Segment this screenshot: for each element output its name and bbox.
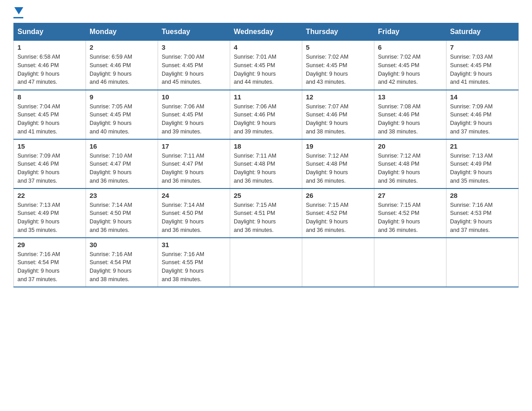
calendar-day-cell: 25Sunrise: 7:15 AMSunset: 4:51 PMDayligh… [230,188,302,238]
day-info: Sunrise: 7:15 AMSunset: 4:52 PMDaylight:… [306,201,370,235]
calendar-day-cell: 27Sunrise: 7:15 AMSunset: 4:52 PMDayligh… [374,188,446,238]
page-header [13,9,519,18]
day-info: Sunrise: 7:08 AMSunset: 4:46 PMDaylight:… [378,103,442,136]
calendar-day-cell: 1Sunrise: 6:58 AMSunset: 4:46 PMDaylight… [14,41,86,90]
day-info: Sunrise: 7:04 AMSunset: 4:45 PMDaylight:… [17,103,82,136]
day-number: 3 [162,43,226,51]
day-info: Sunrise: 7:13 AMSunset: 4:49 PMDaylight:… [17,201,82,235]
calendar-day-cell: 14Sunrise: 7:09 AMSunset: 4:46 PMDayligh… [446,90,519,139]
calendar-week-row: 22Sunrise: 7:13 AMSunset: 4:49 PMDayligh… [14,188,519,238]
calendar-day-cell: 24Sunrise: 7:14 AMSunset: 4:50 PMDayligh… [158,188,230,238]
day-info: Sunrise: 7:12 AMSunset: 4:48 PMDaylight:… [306,152,370,185]
calendar-header-friday: Friday [374,23,446,41]
day-number: 22 [17,192,82,199]
day-number: 17 [162,142,226,150]
day-number: 28 [450,192,515,199]
day-info: Sunrise: 7:13 AMSunset: 4:49 PMDaylight:… [450,152,515,185]
day-info: Sunrise: 7:16 AMSunset: 4:53 PMDaylight:… [450,201,515,235]
calendar-day-cell: 4Sunrise: 7:01 AMSunset: 4:45 PMDaylight… [230,41,302,90]
day-info: Sunrise: 7:07 AMSunset: 4:46 PMDaylight:… [306,103,370,136]
day-number: 23 [90,192,154,199]
day-info: Sunrise: 7:06 AMSunset: 4:46 PMDaylight:… [234,103,298,136]
day-info: Sunrise: 7:09 AMSunset: 4:46 PMDaylight:… [17,152,82,185]
calendar-week-row: 8Sunrise: 7:04 AMSunset: 4:45 PMDaylight… [14,90,519,139]
day-info: Sunrise: 7:16 AMSunset: 4:54 PMDaylight:… [17,250,82,284]
day-number: 27 [378,192,442,199]
day-number: 18 [234,142,298,150]
day-info: Sunrise: 7:16 AMSunset: 4:54 PMDaylight:… [90,250,154,284]
day-number: 25 [234,192,298,199]
calendar-day-cell: 13Sunrise: 7:08 AMSunset: 4:46 PMDayligh… [374,90,446,139]
calendar-day-cell: 31Sunrise: 7:16 AMSunset: 4:55 PMDayligh… [158,238,230,287]
calendar-header-wednesday: Wednesday [230,23,302,41]
calendar-day-cell: 3Sunrise: 7:00 AMSunset: 4:45 PMDaylight… [158,41,230,90]
day-info: Sunrise: 7:14 AMSunset: 4:50 PMDaylight:… [162,201,226,235]
day-number: 9 [90,93,154,101]
day-number: 8 [17,93,82,101]
day-info: Sunrise: 7:00 AMSunset: 4:45 PMDaylight:… [162,53,226,86]
calendar-header-saturday: Saturday [446,23,519,41]
calendar-day-cell: 9Sunrise: 7:05 AMSunset: 4:45 PMDaylight… [86,90,158,139]
calendar-day-cell: 18Sunrise: 7:11 AMSunset: 4:48 PMDayligh… [230,139,302,188]
calendar-day-cell: 11Sunrise: 7:06 AMSunset: 4:46 PMDayligh… [230,90,302,139]
calendar-day-cell: 22Sunrise: 7:13 AMSunset: 4:49 PMDayligh… [14,188,86,238]
calendar-header-sunday: Sunday [14,23,86,41]
day-number: 15 [17,142,82,150]
day-info: Sunrise: 7:01 AMSunset: 4:45 PMDaylight:… [234,53,298,86]
calendar-day-cell: 15Sunrise: 7:09 AMSunset: 4:46 PMDayligh… [14,139,86,188]
day-number: 7 [450,43,515,51]
day-number: 1 [17,43,82,51]
day-number: 6 [378,43,442,51]
calendar-empty-cell [230,238,302,287]
calendar-day-cell: 20Sunrise: 7:12 AMSunset: 4:48 PMDayligh… [374,139,446,188]
calendar-day-cell: 5Sunrise: 7:02 AMSunset: 4:45 PMDaylight… [302,41,374,90]
calendar-empty-cell [374,238,446,287]
calendar-week-row: 15Sunrise: 7:09 AMSunset: 4:46 PMDayligh… [14,139,519,188]
calendar-day-cell: 19Sunrise: 7:12 AMSunset: 4:48 PMDayligh… [302,139,374,188]
day-info: Sunrise: 7:15 AMSunset: 4:51 PMDaylight:… [234,201,298,235]
day-info: Sunrise: 7:16 AMSunset: 4:55 PMDaylight:… [162,250,226,284]
day-info: Sunrise: 7:15 AMSunset: 4:52 PMDaylight:… [378,201,442,235]
day-info: Sunrise: 7:12 AMSunset: 4:48 PMDaylight:… [378,152,442,185]
day-number: 26 [306,192,370,199]
calendar-day-cell: 16Sunrise: 7:10 AMSunset: 4:47 PMDayligh… [86,139,158,188]
calendar-header-thursday: Thursday [302,23,374,41]
day-number: 24 [162,192,226,199]
calendar-day-cell: 6Sunrise: 7:02 AMSunset: 4:45 PMDaylight… [374,41,446,90]
calendar-header-row: SundayMondayTuesdayWednesdayThursdayFrid… [14,23,519,41]
calendar-empty-cell [302,238,374,287]
day-number: 11 [234,93,298,101]
calendar-day-cell: 17Sunrise: 7:11 AMSunset: 4:47 PMDayligh… [158,139,230,188]
calendar-week-row: 1Sunrise: 6:58 AMSunset: 4:46 PMDaylight… [14,41,519,90]
calendar-day-cell: 23Sunrise: 7:14 AMSunset: 4:50 PMDayligh… [86,188,158,238]
day-number: 4 [234,43,298,51]
day-info: Sunrise: 7:02 AMSunset: 4:45 PMDaylight:… [306,53,370,86]
calendar-day-cell: 28Sunrise: 7:16 AMSunset: 4:53 PMDayligh… [446,188,519,238]
day-info: Sunrise: 7:02 AMSunset: 4:45 PMDaylight:… [378,53,442,86]
calendar-table: SundayMondayTuesdayWednesdayThursdayFrid… [13,23,519,287]
calendar-day-cell: 21Sunrise: 7:13 AMSunset: 4:49 PMDayligh… [446,139,519,188]
day-info: Sunrise: 7:05 AMSunset: 4:45 PMDaylight:… [90,103,154,136]
calendar-header-tuesday: Tuesday [158,23,230,41]
day-number: 13 [378,93,442,101]
calendar-day-cell: 30Sunrise: 7:16 AMSunset: 4:54 PMDayligh… [86,238,158,287]
day-number: 30 [90,241,154,248]
day-number: 21 [450,142,515,150]
day-info: Sunrise: 7:09 AMSunset: 4:46 PMDaylight:… [450,103,515,136]
day-info: Sunrise: 7:10 AMSunset: 4:47 PMDaylight:… [90,152,154,185]
calendar-day-cell: 8Sunrise: 7:04 AMSunset: 4:45 PMDaylight… [14,90,86,139]
day-info: Sunrise: 6:58 AMSunset: 4:46 PMDaylight:… [17,53,82,86]
calendar-day-cell: 2Sunrise: 6:59 AMSunset: 4:46 PMDaylight… [86,41,158,90]
logo-triangle-icon [14,7,23,14]
day-info: Sunrise: 7:06 AMSunset: 4:45 PMDaylight:… [162,103,226,136]
day-info: Sunrise: 7:11 AMSunset: 4:47 PMDaylight:… [162,152,226,185]
day-number: 14 [450,93,515,101]
day-number: 20 [378,142,442,150]
calendar-day-cell: 12Sunrise: 7:07 AMSunset: 4:46 PMDayligh… [302,90,374,139]
logo-underline [13,17,23,18]
day-info: Sunrise: 7:11 AMSunset: 4:48 PMDaylight:… [234,152,298,185]
day-number: 12 [306,93,370,101]
calendar-week-row: 29Sunrise: 7:16 AMSunset: 4:54 PMDayligh… [14,238,519,287]
calendar-day-cell: 29Sunrise: 7:16 AMSunset: 4:54 PMDayligh… [14,238,86,287]
calendar-header-monday: Monday [86,23,158,41]
